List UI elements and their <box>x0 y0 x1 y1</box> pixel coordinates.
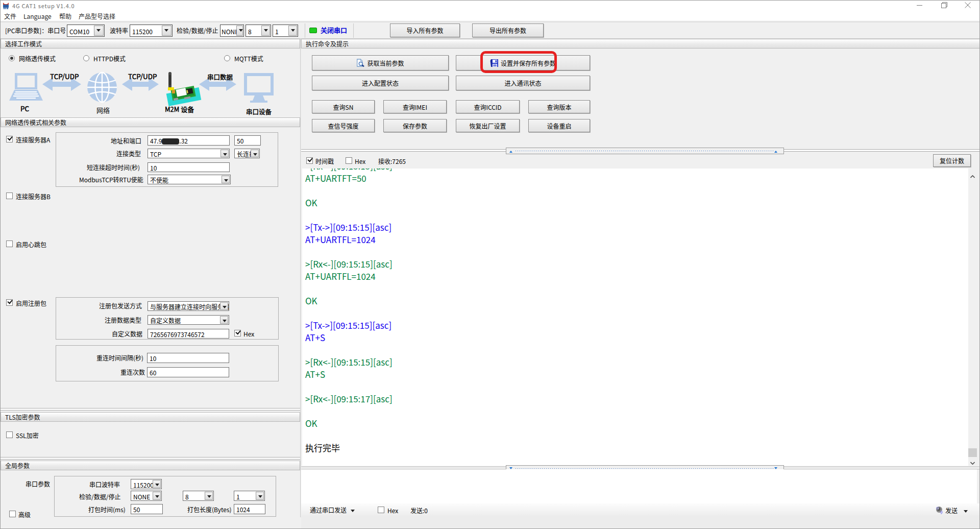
svg-text:网络: 网络 <box>96 105 110 115</box>
svg-text:TCP/UDP: TCP/UDP <box>50 71 79 81</box>
svg-text:PC: PC <box>20 103 30 113</box>
svg-text:TCP/UDP: TCP/UDP <box>128 71 157 81</box>
svg-text:M2M 设备: M2M 设备 <box>165 104 194 114</box>
svg-text:串口数据: 串口数据 <box>207 72 233 82</box>
svg-text:串口设备: 串口设备 <box>246 107 272 116</box>
